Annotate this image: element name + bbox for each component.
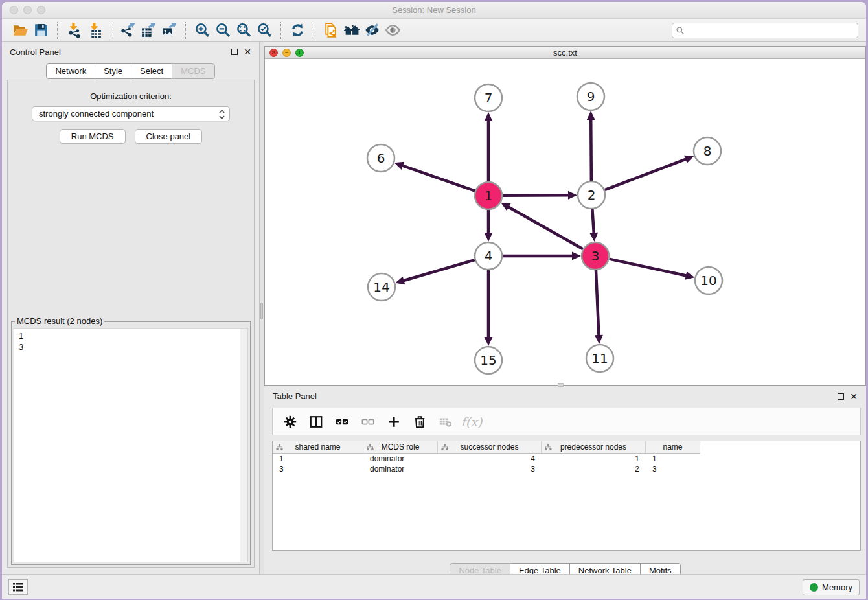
task-history-button[interactable] <box>8 579 28 595</box>
open-session-button[interactable] <box>10 21 30 40</box>
edge-3-10[interactable] <box>609 259 687 276</box>
network-window-titlebar: ✕ − + scc.txt <box>265 47 865 59</box>
cell-successor-nodes[interactable]: 3 <box>438 464 542 474</box>
main-area: Control Panel ✕ NetworkStyleSelectMCDS O… <box>2 42 866 574</box>
select-all-icon[interactable] <box>332 412 352 432</box>
criterion-select[interactable]: strongly connected component <box>32 106 230 121</box>
search-icon <box>676 26 685 35</box>
column-header-shared-name[interactable]: shared name <box>273 441 363 454</box>
clone-network-button[interactable] <box>320 21 341 40</box>
save-session-button[interactable] <box>30 21 51 40</box>
toolbar-separator <box>185 22 186 39</box>
cell-shared-name[interactable]: 1 <box>273 454 363 464</box>
export-image-button[interactable] <box>159 21 179 40</box>
run-mcds-button[interactable]: Run MCDS <box>60 129 126 144</box>
graph-node-label: 10 <box>700 273 716 288</box>
table-panel: Table Panel ✕ <box>264 387 866 574</box>
list-icon <box>12 582 24 592</box>
create-column-plus-icon[interactable] <box>384 412 404 432</box>
mcds-result-title: MCDS result (2 nodes) <box>15 316 104 326</box>
cell-name[interactable]: 3 <box>646 464 700 474</box>
delete-column-trash-icon[interactable] <box>410 412 429 432</box>
graph-node-label: 2 <box>588 187 596 203</box>
cell-MCDS-role[interactable]: dominator <box>363 454 438 464</box>
edge-arrowhead <box>395 277 405 284</box>
table-settings-gear-icon[interactable] <box>280 412 300 432</box>
tab-style[interactable]: Style <box>95 63 131 79</box>
column-header-successor-nodes[interactable]: successor nodes <box>438 441 542 454</box>
table-panel-float-button[interactable] <box>838 393 844 400</box>
control-panel-tabs: NetworkStyleSelectMCDS <box>2 63 259 79</box>
graph-node-label: 14 <box>373 279 389 295</box>
splitter-grip[interactable] <box>260 303 263 319</box>
edge-3-1[interactable] <box>508 207 583 249</box>
control-panel-float-button[interactable] <box>231 49 238 55</box>
table-header-row: shared nameMCDS rolesuccessor nodesprede… <box>273 441 860 454</box>
home-button[interactable] <box>341 21 361 40</box>
zoom-fit-button[interactable] <box>233 21 254 40</box>
vertical-splitter[interactable] <box>259 42 264 574</box>
cell-predecessor-nodes[interactable]: 1 <box>542 454 646 464</box>
control-panel-title: Control Panel <box>10 47 61 57</box>
mcds-result-text: 1 3 <box>14 329 247 354</box>
show-column-icon[interactable] <box>306 412 326 432</box>
zoom-in-button[interactable] <box>192 21 212 40</box>
network-maximize-button[interactable]: + <box>295 49 304 57</box>
delete-table-icon[interactable] <box>436 412 455 432</box>
zoom-out-button[interactable] <box>212 21 233 40</box>
export-network-button[interactable] <box>117 21 138 40</box>
show-panel-button[interactable] <box>382 21 403 40</box>
network-canvas[interactable]: 7968124314101511 <box>265 59 865 385</box>
column-header-name[interactable]: name <box>646 441 700 454</box>
graph-node-label: 1 <box>485 188 493 203</box>
tab-network[interactable]: Network <box>46 63 95 79</box>
result-scrollbar[interactable] <box>240 329 247 562</box>
search-input[interactable] <box>672 23 858 38</box>
network-minimize-button[interactable]: − <box>282 49 291 57</box>
edge-2-9[interactable] <box>591 119 591 181</box>
memory-button[interactable]: Memory <box>803 579 860 595</box>
cell-MCDS-role[interactable]: dominator <box>363 464 438 474</box>
cell-shared-name[interactable]: 3 <box>273 464 363 474</box>
edge-1-2[interactable] <box>503 195 569 196</box>
app-window: Session: New Session <box>2 2 866 599</box>
edge-4-14[interactable] <box>403 260 475 281</box>
edge-1-6[interactable] <box>402 165 475 191</box>
network-close-button[interactable]: ✕ <box>269 49 278 57</box>
mcds-result-textarea[interactable]: 1 3 <box>14 328 248 562</box>
import-network-button[interactable] <box>63 21 84 40</box>
cell-successor-nodes[interactable]: 4 <box>438 454 542 464</box>
edge-arrowhead <box>587 111 595 120</box>
tab-select[interactable]: Select <box>131 63 172 79</box>
cell-predecessor-nodes[interactable]: 2 <box>542 464 646 474</box>
zoom-selected-button[interactable] <box>254 21 275 40</box>
graph-node-label: 8 <box>703 143 712 159</box>
optimization-criterion-label: Optimization criterion: <box>8 91 254 101</box>
export-table-button[interactable] <box>138 21 159 40</box>
import-table-button[interactable] <box>84 21 105 40</box>
edge-2-3[interactable] <box>592 209 593 234</box>
network-graph[interactable]: 7968124314101511 <box>265 59 865 385</box>
mcds-result-fieldset: MCDS result (2 nodes) 1 3 <box>11 321 251 565</box>
column-header-predecessor-nodes[interactable]: predecessor nodes <box>542 441 646 454</box>
edge-arrowhead <box>485 112 493 121</box>
function-builder-icon[interactable]: f(x) <box>462 412 481 432</box>
table-row[interactable]: 3dominator323 <box>273 464 860 474</box>
refresh-button[interactable] <box>287 21 308 40</box>
select-stepper-icon <box>218 109 225 122</box>
hide-panels-button[interactable] <box>361 21 382 40</box>
toolbar-separator <box>111 22 111 39</box>
window-title: Session: New Session <box>2 5 866 15</box>
edge-3-11[interactable] <box>596 270 599 336</box>
unselect-all-icon[interactable] <box>358 412 378 432</box>
cell-name[interactable]: 1 <box>646 454 700 464</box>
edge-2-8[interactable] <box>605 159 687 190</box>
tab-mcds[interactable]: MCDS <box>172 63 214 79</box>
control-panel-close-icon[interactable]: ✕ <box>244 47 251 56</box>
search-field-container <box>672 23 858 38</box>
table-row[interactable]: 1dominator411 <box>273 454 860 464</box>
column-header-MCDS-role[interactable]: MCDS role <box>363 441 438 454</box>
control-panel: Control Panel ✕ NetworkStyleSelectMCDS O… <box>2 42 259 574</box>
close-panel-button[interactable]: Close panel <box>135 129 203 144</box>
table-panel-close-icon[interactable]: ✕ <box>850 392 858 401</box>
